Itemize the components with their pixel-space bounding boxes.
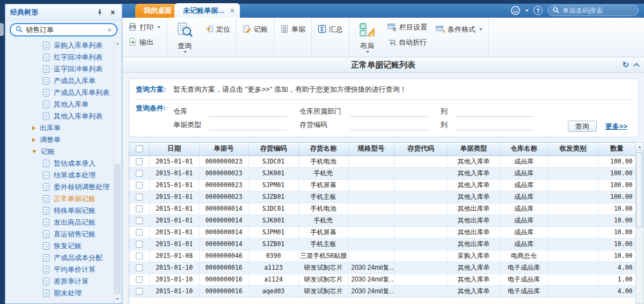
barcode-search-box[interactable] xyxy=(547,5,639,16)
sidebar-scroll-thumb[interactable] xyxy=(115,164,120,294)
row-checkbox[interactable] xyxy=(136,158,143,165)
sidebar-search-input[interactable] xyxy=(26,26,107,34)
row-checkbox[interactable] xyxy=(136,170,143,177)
table-row[interactable]: 2015-01-010000000014SJPM01手机屏幕其他出库单成品库10… xyxy=(129,226,636,238)
tree-item[interactable]: 产成品入库单 xyxy=(6,75,121,87)
pin-icon[interactable] xyxy=(96,8,104,17)
query-field-input[interactable] xyxy=(455,122,532,130)
scroll-down-icon[interactable]: ▼ xyxy=(114,295,121,302)
row-checkbox[interactable] xyxy=(136,217,143,224)
tree-item[interactable]: 产成品入库单列表 xyxy=(6,87,121,99)
barcode-search-input[interactable] xyxy=(562,7,633,14)
query-field-input[interactable] xyxy=(209,108,287,117)
select-all-checkbox[interactable] xyxy=(136,145,143,152)
chevron-right-icon[interactable] xyxy=(32,138,35,142)
refresh-icon[interactable]: ↻ xyxy=(622,60,629,70)
help-icon[interactable]: ? xyxy=(533,6,543,15)
print-button[interactable]: 打印 xyxy=(127,21,162,33)
panel-collapse-handle[interactable] xyxy=(0,23,4,36)
table-row[interactable]: 2015-01-010000000014SJZB01手机主板其他出库单成品库10… xyxy=(129,238,636,250)
scroll-up-icon[interactable]: ▲ xyxy=(636,143,643,151)
column-header[interactable]: 规格型号 xyxy=(348,143,394,155)
table-row[interactable]: 2015-01-100000000016a1123研发试制芯片2030 24mi… xyxy=(129,262,636,273)
column-header[interactable]: 存货代码 xyxy=(394,143,448,155)
column-header[interactable]: 仓库名称 xyxy=(500,143,548,155)
chevron-right-icon[interactable] xyxy=(32,126,35,130)
auto-wrap-button[interactable]: 自动折行 xyxy=(386,36,429,48)
query-field-input[interactable] xyxy=(455,108,532,117)
tree-item[interactable]: 记账 xyxy=(6,146,121,158)
tree-item[interactable]: 直运销售记账 xyxy=(6,228,121,240)
tree-item[interactable]: 其他入库单 xyxy=(6,99,121,110)
column-header[interactable]: 单据类型 xyxy=(448,143,500,155)
table-row[interactable]: 2015-01-0800000000460390三星手机S6贴膜采购入库单电商总… xyxy=(129,250,636,262)
tree-item[interactable]: 蓝字回冲单列表 xyxy=(6,63,121,75)
clear-icon[interactable]: × xyxy=(107,26,112,34)
tree-item[interactable]: 出库单 xyxy=(6,122,121,134)
chevron-down-icon[interactable] xyxy=(32,150,36,153)
tree-item[interactable]: 调整单 xyxy=(6,134,121,146)
tab-close-icon[interactable]: × xyxy=(230,6,235,14)
tree-item[interactable]: 特殊单据记账 xyxy=(6,205,121,217)
tree-item[interactable]: 期末处理 xyxy=(6,287,121,299)
smiley-icon[interactable] xyxy=(510,5,521,16)
tree-item[interactable]: 红字回冲单列表 xyxy=(6,51,121,63)
locate-button[interactable]: 定位 xyxy=(203,24,232,35)
table-row[interactable]: 2015-01-010000000014SJK001手机壳其他出库单成品库10.… xyxy=(129,214,636,226)
query-field-input[interactable] xyxy=(209,122,287,130)
table-row[interactable]: 2015-01-010000000014SJDC01手机电池其他出库单成品库10… xyxy=(129,203,636,214)
row-checkbox[interactable] xyxy=(136,288,143,295)
query-field-input[interactable] xyxy=(350,122,428,130)
row-checkbox[interactable] xyxy=(136,276,143,283)
tree-item-selected[interactable]: 正常单据记账 xyxy=(6,193,121,205)
table-row[interactable]: 2015-01-100000000016a1124研发试制芯片2030 24mi… xyxy=(129,273,636,285)
tree-item[interactable]: 恢复记账 xyxy=(6,240,121,252)
row-checkbox[interactable] xyxy=(136,253,143,259)
conditional-format-button[interactable]: If 条件格式 xyxy=(434,24,484,35)
table-scroll-thumb[interactable] xyxy=(636,152,643,227)
column-header[interactable]: 存货编码 xyxy=(248,143,298,155)
row-checkbox[interactable] xyxy=(136,229,143,236)
sidebar-search-box[interactable]: × xyxy=(10,23,118,36)
row-checkbox[interactable] xyxy=(136,264,143,271)
column-header[interactable]: 数量 xyxy=(598,143,636,155)
tree-item[interactable]: 委外核销调整处理 xyxy=(6,181,121,193)
query-button[interactable]: 查询 xyxy=(171,21,198,55)
table-row[interactable]: 2015-01-010000000023SJPM01手机屏幕其他入库单成品库10… xyxy=(129,179,636,191)
row-checkbox[interactable] xyxy=(136,205,143,212)
tree-item[interactable]: 其他入库单列表 xyxy=(6,110,121,122)
column-header[interactable]: 收发类别 xyxy=(548,143,598,155)
column-header[interactable]: 单据号 xyxy=(199,143,248,155)
tab-my-desktop[interactable]: 我的桌面 xyxy=(135,4,180,18)
scroll-up-icon[interactable]: ▲ xyxy=(114,40,121,47)
table-row[interactable]: 2015-01-010000000023SJK001手机壳其他入库单成品库100… xyxy=(129,167,636,179)
tree-item[interactable]: 采购入库单列表 xyxy=(6,40,121,51)
tree-item[interactable]: 结算成本处理 xyxy=(6,169,121,181)
column-header[interactable]: 存货名称 xyxy=(298,143,348,155)
column-header[interactable]: 日期 xyxy=(149,143,199,155)
summarize-button[interactable]: Σ 汇总 xyxy=(316,24,345,35)
layout-button[interactable]: 布局 xyxy=(354,21,380,55)
table-row[interactable]: 2015-01-010000000023SJZB01手机主板其他入库单成品库10… xyxy=(129,191,636,203)
tree-item[interactable]: 暂估成本录入 xyxy=(6,158,121,169)
chevron-down-icon[interactable] xyxy=(525,10,529,12)
document-button[interactable]: 单据 xyxy=(279,24,307,35)
bookkeep-button[interactable]: 记账 xyxy=(241,24,269,35)
sidebar-close-icon[interactable]: × xyxy=(108,8,117,17)
more-link[interactable]: 更多>> xyxy=(605,122,627,131)
row-checkbox[interactable] xyxy=(136,182,143,189)
table-scrollbar[interactable]: ▲ xyxy=(635,142,644,304)
tree-item[interactable]: 发出商品记账 xyxy=(6,217,121,228)
output-button[interactable]: 输出 xyxy=(127,36,162,48)
tree-item[interactable]: 产成品成本分配 xyxy=(6,252,121,264)
table-row[interactable]: 2015-01-010000000023SJDC01手机电池其他入库单成品库10… xyxy=(129,155,636,167)
tree-item[interactable]: 平均单价计算 xyxy=(6,264,121,276)
row-checkbox[interactable] xyxy=(136,241,143,248)
query-field-input[interactable] xyxy=(350,108,428,117)
column-settings-button[interactable]: 栏目设置 xyxy=(386,21,429,33)
row-checkbox[interactable] xyxy=(136,194,143,201)
tree-item[interactable]: 差异率计算 xyxy=(6,276,121,287)
table-row[interactable]: 2015-01-100000000016aqed03研发试制芯片2030 24m… xyxy=(129,285,636,297)
search-button[interactable]: 查询 xyxy=(568,121,597,132)
tab-unposted-documents[interactable]: 未记账单据… × xyxy=(174,3,240,18)
